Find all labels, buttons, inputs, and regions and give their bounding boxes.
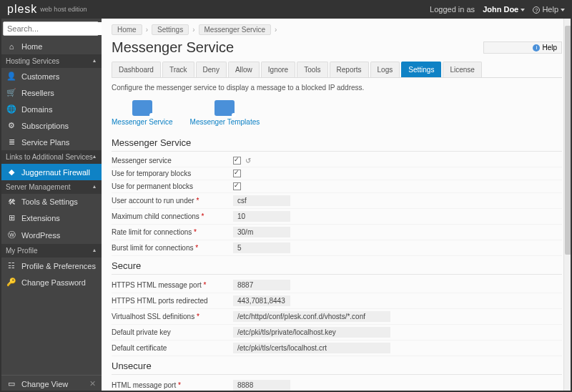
view-icon: ▭ [6,379,17,388]
tabs: Dashboard Track Deny Allow Ignore Tools … [112,62,562,78]
nav-change-view[interactable]: ▭Change View✕ [0,376,102,392]
tab-track[interactable]: Track [162,62,194,77]
value-rate-limit[interactable]: 30/m [233,227,290,237]
user-name: John Doe [483,5,518,14]
restore-icon[interactable]: ↺ [245,157,251,165]
topbar: plesk web host edition Logged in as John… [0,0,572,19]
chevron-up-icon: ▴ [93,183,96,191]
nav-customers[interactable]: 👤Customers [0,68,102,84]
label-vhost-ssl: Virtualhost SSL definitions * [112,313,233,320]
nav-tools[interactable]: 🛠Tools & Settings [0,194,102,210]
checkbox-service[interactable] [233,157,241,165]
templates-icon [214,100,235,116]
value-https-port[interactable]: 8887 [233,280,290,290]
value-cert[interactable]: /etc/pki/tls/certs/localhost.crt [233,343,390,353]
section-profile[interactable]: My Profile▴ [0,244,102,258]
value-vhost-ssl[interactable]: /etc/httpd/conf/plesk.conf.d/vhosts/*.co… [233,311,390,322]
chevron-up-icon: ▴ [93,57,96,65]
label-html-port: HTML message port * [112,381,233,389]
tab-deny[interactable]: Deny [196,62,227,77]
prefs-icon: ☷ [6,261,17,270]
breadcrumb-settings[interactable]: Settings [152,24,189,35]
label-https-port: HTTPS HTML message port * [112,281,233,289]
messenger-icon [132,100,152,116]
checkbox-temp[interactable] [233,170,241,177]
subtab-label: Messenger Templates [190,118,260,126]
chevron-up-icon: ▴ [93,247,96,255]
tab-settings[interactable]: Settings [401,62,441,77]
help-icon: ? [533,6,540,14]
value-max-child[interactable]: 10 [233,211,290,222]
sidebar: ⌕ ⌂Home Hosting Services▴ 👤Customers 🛒Re… [0,19,102,392]
help-button[interactable]: iHelp [483,41,562,54]
wordpress-icon: ⓦ [6,230,17,240]
tab-reports[interactable]: Reports [330,62,369,77]
nav-label: Profile & Preferences [21,262,96,270]
section-server[interactable]: Server Management▴ [0,180,102,194]
scrollbar[interactable] [563,19,571,391]
section-hosting[interactable]: Hosting Services▴ [0,54,102,68]
nav-juggernaut[interactable]: ◆Juggernaut Firewall [0,164,102,180]
cart-icon: 🛒 [6,88,17,97]
tab-allow[interactable]: Allow [228,62,260,77]
value-html-port[interactable]: 8888 [233,380,290,391]
scrollbar-thumb[interactable] [565,26,571,255]
help-label: Help [542,5,558,14]
nav-service-plans[interactable]: ≣Service Plans [0,134,102,150]
section-heading-messenger: Messenger Service [112,133,562,152]
nav-home[interactable]: ⌂Home [0,39,102,54]
brand-subtitle: web host edition [40,6,87,13]
label-burst-limit: Burst limit for connections * [112,244,233,252]
nav-label: Extensions [21,214,60,222]
nav-label: Service Plans [21,138,69,147]
nav-label: Juggernaut Firewall [21,168,90,177]
logged-in-text: Logged in as [430,5,477,14]
nav-wordpress[interactable]: ⓦWordPress [0,226,102,244]
user-icon: 👤 [6,72,17,81]
label-service: Messenger service [112,157,233,165]
checkbox-perm[interactable] [233,182,241,190]
label-perm: Use for permanent blocks [112,182,233,190]
tab-tools[interactable]: Tools [297,62,327,77]
nav-change-password[interactable]: 🔑Change Password [0,274,102,290]
tab-dashboard[interactable]: Dashboard [112,62,161,77]
value-burst-limit[interactable]: 5 [233,242,290,253]
nav-label: Change View [21,380,68,388]
close-icon[interactable]: ✕ [89,379,96,388]
value-priv-key[interactable]: /etc/pki/tls/private/localhost.key [233,327,390,338]
caret-down-icon [521,9,525,11]
main-content: Home› Settings› Messenger Service› Messe… [102,19,572,392]
breadcrumb-home[interactable]: Home [112,24,142,35]
nav-resellers[interactable]: 🛒Resellers [0,84,102,101]
subtab-messenger-templates[interactable]: Messenger Templates [190,100,260,126]
section-label: My Profile [6,247,37,255]
breadcrumb: Home› Settings› Messenger Service› [102,19,572,38]
nav-profile-prefs[interactable]: ☷Profile & Preferences [0,258,102,274]
breadcrumb-sep: › [145,26,149,34]
subtab-messenger-service[interactable]: Messenger Service [112,100,173,126]
section-label: Links to Additional Services [6,153,93,161]
nav-extensions[interactable]: ⊞Extensions [0,210,102,226]
page-description: Configure the messenger service to displ… [112,78,562,97]
subtab-label: Messenger Service [112,118,173,126]
tab-logs[interactable]: Logs [370,62,400,77]
caret-down-icon [561,9,565,11]
breadcrumb-current[interactable]: Messenger Service [199,24,272,35]
label-rate-limit: Rate limit for connections * [112,228,233,236]
search-input[interactable] [4,22,109,35]
tools-icon: 🛠 [6,197,17,206]
tab-ignore[interactable]: Ignore [261,62,295,77]
user-menu[interactable]: John Doe [483,5,525,14]
tab-license[interactable]: License [443,62,481,77]
nav-label: Domains [21,105,52,114]
nav-domains[interactable]: 🌐Domains [0,101,102,117]
section-label: Hosting Services [6,57,59,65]
nav-subscriptions[interactable]: ⚙Subscriptions [0,117,102,134]
nav-label: Customers [21,72,59,81]
section-links[interactable]: Links to Additional Services▴ [0,150,102,164]
value-https-redir[interactable]: 443,7081,8443 [233,295,290,306]
value-user-acct[interactable]: csf [233,195,290,206]
nav-label: Change Password [21,278,86,287]
help-menu[interactable]: ? Help [533,5,565,14]
chevron-up-icon: ▴ [93,153,96,161]
